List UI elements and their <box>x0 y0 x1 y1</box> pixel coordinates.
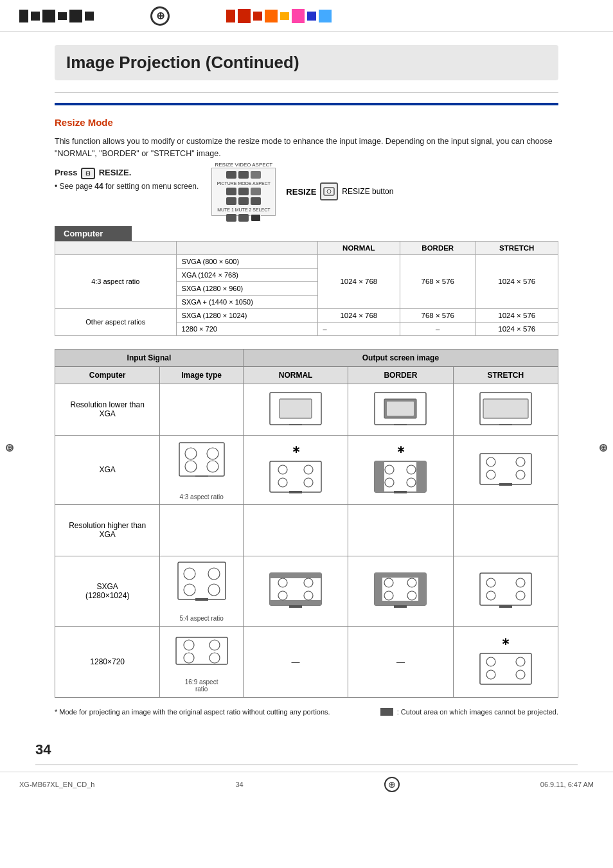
svg-rect-33 <box>394 491 407 493</box>
left-registration-mark: ⊕ <box>6 444 13 452</box>
right-registration-mark: ⊕ <box>600 444 607 452</box>
svg-point-28 <box>385 465 394 474</box>
monitor-border-lower <box>371 389 429 428</box>
monitor-stretch-lower <box>477 389 535 428</box>
svg-rect-59 <box>418 573 426 605</box>
720p-image-svg <box>173 631 231 676</box>
svg-rect-60 <box>375 573 426 578</box>
720p-row-label: 1280×720 <box>55 626 160 697</box>
xga-border: ∗ <box>348 435 453 504</box>
remote-btn-11 <box>238 214 249 222</box>
normal-other2: – <box>317 322 400 335</box>
block-3 <box>42 10 55 22</box>
th-stretch2: STRETCH <box>453 366 558 384</box>
xga-row-label: XGA <box>55 435 160 504</box>
th-border2: BORDER <box>348 366 453 384</box>
svg-point-54 <box>304 591 313 600</box>
table-row: Resolution lower than XGA <box>55 384 558 435</box>
block-r2 <box>238 9 251 23</box>
big-table: Input Signal Output screen image Compute… <box>55 349 558 698</box>
block-r7 <box>307 12 316 21</box>
stretch-other2: 1024 × 576 <box>475 322 558 335</box>
key-icon: ⊡ <box>81 168 95 179</box>
th-normal: NORMAL <box>317 241 400 254</box>
720p-image-type: 16:9 aspectratio <box>160 626 244 697</box>
table-row: XGA 4:3 aspect rat <box>55 435 558 504</box>
th-empty1 <box>55 241 177 254</box>
svg-point-71 <box>486 591 495 600</box>
block-r1 <box>226 10 235 22</box>
th-computer: Computer <box>55 366 160 384</box>
block-1 <box>19 10 28 22</box>
stretch-43: 1024 × 576 <box>475 254 558 308</box>
resize-button-text: RESIZE button <box>342 187 393 196</box>
svg-rect-18 <box>270 461 321 492</box>
svg-rect-12 <box>179 443 224 476</box>
star-border: ∗ <box>355 443 446 456</box>
xga-stretch-svg <box>477 450 535 488</box>
svg-point-1 <box>327 190 331 193</box>
xga-stretch <box>453 435 558 504</box>
res-lower-border <box>348 384 453 435</box>
svg-point-37 <box>486 470 495 479</box>
resize-button-label: RESIZE RESIZE button <box>286 182 393 200</box>
remote-btn-9 <box>251 197 261 205</box>
svg-rect-50 <box>270 600 321 605</box>
th-border: BORDER <box>400 241 475 254</box>
svg-point-70 <box>516 578 525 587</box>
res-lower-image <box>160 384 244 435</box>
remote-btn-7 <box>226 197 236 205</box>
top-compass-icon: ⊕ <box>150 6 170 26</box>
svg-point-45 <box>208 584 220 596</box>
footer-compass-icon: ⊕ <box>384 777 400 792</box>
svg-point-81 <box>486 657 495 666</box>
svg-rect-58 <box>375 573 382 605</box>
th-normal2: NORMAL <box>243 366 348 384</box>
xga-label: XGA (1024 × 768) <box>176 268 317 281</box>
page-content: Image Projection (Continued) Resize Mode… <box>19 32 594 735</box>
press-note: • See page 44 for setting on menu screen… <box>55 182 199 191</box>
svg-rect-75 <box>176 637 227 664</box>
svg-rect-47 <box>195 598 208 601</box>
block-r5 <box>280 12 289 20</box>
sxga-normal <box>243 556 348 626</box>
resize-btn-icon <box>323 187 335 196</box>
press-text: Press ⊡ RESIZE. <box>55 168 199 179</box>
svg-rect-7 <box>387 402 414 416</box>
svg-rect-74 <box>499 605 512 608</box>
720p-normal: — <box>243 626 348 697</box>
svg-point-36 <box>516 457 525 466</box>
svg-point-62 <box>384 578 393 587</box>
remote-btn-3 <box>251 171 261 179</box>
remote-btn-12 <box>251 214 261 222</box>
svg-point-72 <box>516 591 525 600</box>
xga-normal: ∗ <box>243 435 348 504</box>
svg-point-63 <box>407 578 416 587</box>
remote-btn-2 <box>238 171 249 179</box>
press-instruction: Press ⊡ RESIZE. • See page 44 for settin… <box>55 168 558 216</box>
svg-rect-68 <box>480 573 531 605</box>
xga-border-svg <box>371 458 429 495</box>
blue-rule <box>55 103 558 105</box>
th-stretch: STRETCH <box>475 241 558 254</box>
page-number: 34 <box>35 741 578 758</box>
720p-stretch: ∗ <box>453 626 558 697</box>
remote-area: RESIZE VIDEO ASPECT PICTURE MODE ASPECT <box>211 168 393 216</box>
xga-aspect-label: 4:3 aspect ratio <box>166 493 236 500</box>
small-resize-table: NORMAL BORDER STRETCH 4:3 aspect ratio S… <box>55 241 558 336</box>
remote-btn-4 <box>226 188 236 195</box>
svg-rect-80 <box>480 653 531 684</box>
remote-bot-label: MUTE 1 MUTE 2 SELECT <box>217 208 270 212</box>
block-5 <box>69 10 82 22</box>
block-r6 <box>292 9 305 23</box>
stretch-other1: 1024 × 576 <box>475 308 558 322</box>
left-margin: ⊕ <box>0 32 19 735</box>
sxga-border <box>348 556 453 626</box>
svg-rect-3 <box>280 399 312 418</box>
remote-row-2 <box>226 188 261 195</box>
monitor-normal-lower <box>267 389 324 428</box>
svg-rect-40 <box>499 483 512 486</box>
remote-row-3 <box>226 197 261 205</box>
footnote-cutout-text: : Cutout area on which images cannot be … <box>397 708 558 716</box>
remote-btn-10 <box>226 214 236 222</box>
